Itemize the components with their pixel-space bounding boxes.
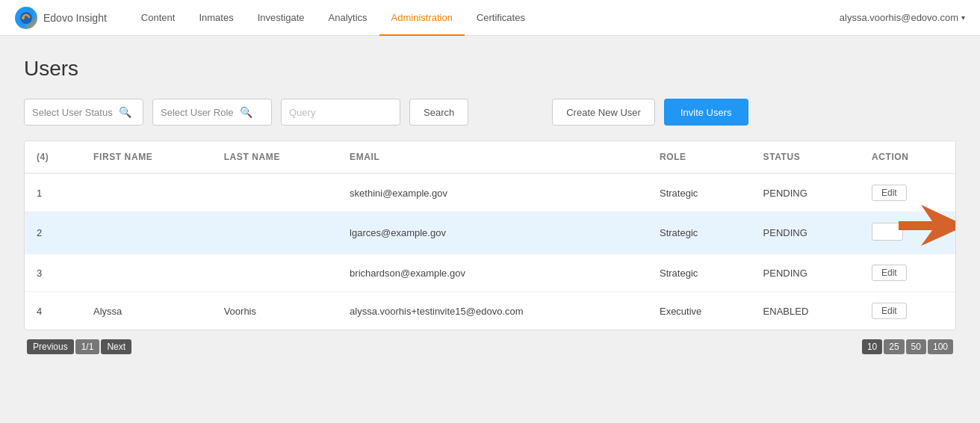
app-name: Edovo Insight [43,12,107,24]
app-logo [15,7,37,29]
table-body: 1 skethini@example.gov Strategic PENDING… [25,173,955,330]
user-menu[interactable]: alyssa.voorhis@edovo.com ▾ [840,12,965,23]
row-first-name: Alyssa [81,292,212,330]
row-email: skethini@example.gov [338,173,648,212]
row-status: ENABLED [751,292,860,330]
page-size-10[interactable]: 10 [862,339,882,354]
search-button[interactable]: Search [409,99,468,126]
invite-users-button[interactable]: Invite Users [664,99,748,126]
row-email: lgarces@example.gov [338,212,648,254]
row-role: Strategic [648,254,751,292]
chevron-down-icon: ▾ [961,13,965,22]
main-nav: Content Inmates Investigate Analytics Ad… [129,0,840,35]
logo-area: Edovo Insight [15,7,107,29]
row-first-name [81,212,212,254]
pagination-right: 10 25 50 100 [862,339,953,354]
row-num: 2 [25,212,81,254]
row-last-name [212,173,338,212]
row-email: alyssa.voorhis+testinvite15@edovo.com [338,292,648,330]
row-action [860,212,955,254]
page-size-100[interactable]: 100 [928,339,953,354]
nav-item-certificates[interactable]: Certificates [465,0,537,36]
col-status: STATUS [751,141,860,173]
page-size-25[interactable]: 25 [884,339,904,354]
next-page-button[interactable]: Next [101,339,131,354]
pagination-left: Previous 1/1 Next [27,339,131,354]
create-user-button[interactable]: Create New User [552,99,655,126]
search-icon-role: 🔍 [240,106,252,118]
page-title: Users [24,57,956,81]
row-first-name [81,254,212,292]
row-last-name: Voorhis [212,292,338,330]
col-first-name: FIRST NAME [81,141,212,173]
current-page: 1/1 [75,339,100,354]
col-num: (4) [25,141,81,173]
table-row: 3 brichardson@example.gov Strategic PEND… [25,254,955,292]
edit-button[interactable]: Edit [872,303,907,319]
row-email: brichardson@example.gov [338,254,648,292]
row-status: PENDING [751,254,860,292]
page-content: Users Select User Status 🔍 Select User R… [0,36,980,375]
nav-item-analytics[interactable]: Analytics [317,0,379,36]
orange-arrow [899,205,956,246]
row-status: PENDING [751,212,860,254]
pagination-bar: Previous 1/1 Next 10 25 50 100 [24,339,956,354]
col-last-name: LAST NAME [212,141,338,173]
row-role: Executive [648,292,751,330]
col-role: ROLE [648,141,751,173]
header: Edovo Insight Content Inmates Investigat… [0,0,980,36]
nav-item-administration[interactable]: Administration [379,0,465,36]
table-header: (4) FIRST NAME LAST NAME EMAIL ROLE STAT… [25,141,955,173]
table-row: 2 lgarces@example.gov Strategic PENDING [25,212,955,254]
user-email: alyssa.voorhis@edovo.com [840,12,958,23]
user-status-placeholder: Select User Status [32,107,113,118]
row-role: Strategic [648,212,751,254]
filter-bar: Select User Status 🔍 Select User Role 🔍 … [24,99,956,126]
edit-button[interactable]: Edit [872,185,907,201]
table-row: 1 skethini@example.gov Strategic PENDING… [25,173,955,212]
user-status-filter[interactable]: Select User Status 🔍 [24,99,143,126]
users-table: (4) FIRST NAME LAST NAME EMAIL ROLE STAT… [25,141,955,330]
col-action: ACTION [860,141,955,173]
svg-marker-2 [899,205,956,246]
row-num: 1 [25,173,81,212]
search-icon: 🔍 [119,106,131,118]
row-role: Strategic [648,173,751,212]
col-email: EMAIL [338,141,648,173]
row-first-name [81,173,212,212]
page-size-50[interactable]: 50 [906,339,926,354]
svg-point-1 [22,16,25,19]
row-num: 4 [25,292,81,330]
row-action: Edit [860,292,955,330]
user-role-filter[interactable]: Select User Role 🔍 [152,99,272,126]
nav-item-investigate[interactable]: Investigate [246,0,317,36]
users-table-container: (4) FIRST NAME LAST NAME EMAIL ROLE STAT… [24,141,956,330]
nav-item-inmates[interactable]: Inmates [187,0,245,36]
row-num: 3 [25,254,81,292]
user-role-placeholder: Select User Role [161,107,234,118]
edit-button[interactable]: Edit [872,265,907,281]
row-status: PENDING [751,173,860,212]
previous-page-button[interactable]: Previous [27,339,74,354]
row-last-name [212,212,338,254]
row-last-name [212,254,338,292]
query-input[interactable] [281,99,400,126]
row-action: Edit [860,254,955,292]
table-row: 4 Alyssa Voorhis alyssa.voorhis+testinvi… [25,292,955,330]
nav-item-content[interactable]: Content [129,0,187,36]
